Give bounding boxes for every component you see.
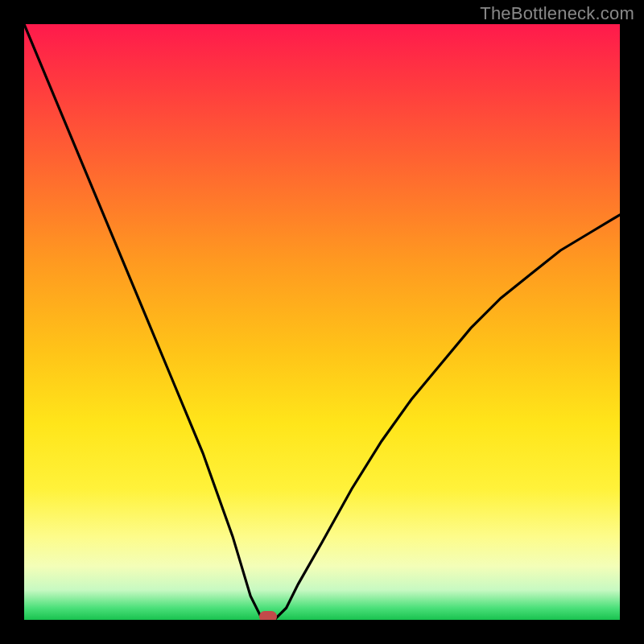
optimal-marker	[259, 611, 277, 620]
watermark-text: TheBottleneck.com	[480, 3, 634, 24]
plot-area	[24, 24, 620, 620]
bottleneck-curve	[24, 24, 620, 620]
chart-frame: TheBottleneck.com	[0, 0, 644, 644]
